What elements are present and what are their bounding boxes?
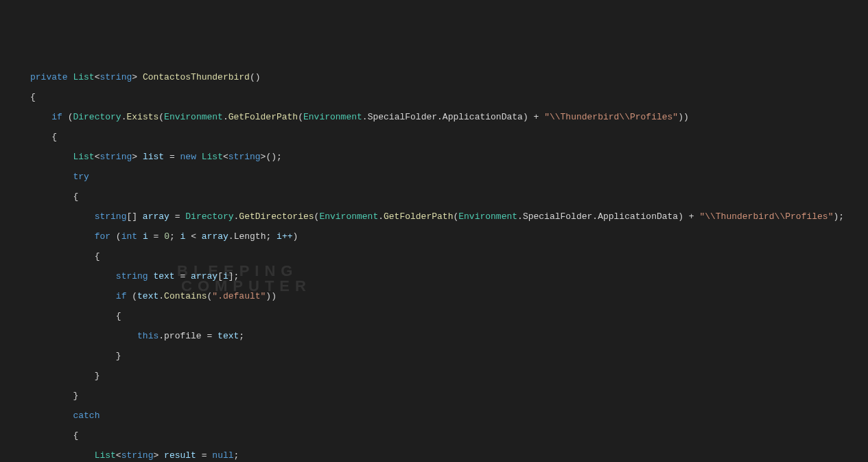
string-literal: ".default"	[212, 291, 266, 301]
var-ipp: i++	[277, 231, 292, 242]
type-list: List	[73, 72, 94, 82]
code-line[interactable]: {	[0, 192, 868, 203]
var-array: array	[202, 231, 228, 242]
var-array: array	[191, 271, 218, 281]
var-i: i	[223, 271, 228, 281]
keyword-string: string	[99, 152, 132, 162]
prop-specialfolder: SpecialFolder	[368, 112, 437, 122]
code-line[interactable]: {	[0, 132, 868, 143]
type-list: List	[95, 450, 116, 461]
code-line[interactable]: if (Directory.Exists(Environment.GetFold…	[0, 113, 868, 123]
prop-appdata: ApplicationData	[598, 211, 678, 222]
keyword-if: if	[116, 291, 127, 301]
var-result: result	[164, 450, 196, 461]
code-line[interactable]: this.profile = text;	[0, 332, 868, 342]
keyword-string: string	[95, 211, 127, 222]
prop-specialfolder: SpecialFolder	[523, 211, 592, 222]
var-list: list	[143, 152, 164, 162]
code-line[interactable]: private List<string> ContactosThunderbir…	[0, 73, 868, 83]
method-contains: Contains	[164, 291, 207, 301]
keyword-string: string	[99, 72, 132, 82]
var-array: array	[143, 211, 169, 222]
type-directory: Directory	[73, 112, 121, 122]
code-line[interactable]: List<string> result = null;	[0, 451, 868, 461]
keyword-for: for	[95, 231, 110, 242]
code-line[interactable]: {	[0, 93, 868, 103]
method-getdirectories: GetDirectories	[239, 211, 314, 222]
keyword-null: null	[212, 450, 233, 461]
string-literal: "\\Thunderbird\\Profiles"	[699, 211, 833, 222]
keyword-string: string	[228, 152, 261, 162]
code-line[interactable]: string[] array = Directory.GetDirectorie…	[0, 212, 868, 222]
code-line[interactable]: try	[0, 172, 868, 183]
method-getfolderpath: GetFolderPath	[228, 112, 298, 122]
type-directory: Directory	[185, 211, 233, 222]
method-name: ContactosThunderbird	[143, 72, 250, 82]
prop-appdata: ApplicationData	[443, 112, 523, 122]
var-i: i	[143, 231, 148, 242]
method-getfolderpath: GetFolderPath	[384, 211, 453, 222]
type-list: List	[73, 152, 94, 162]
var-text: text	[218, 331, 239, 341]
prop-length: Length	[234, 231, 266, 242]
code-line[interactable]: {	[0, 431, 868, 441]
code-line[interactable]: }	[0, 391, 868, 402]
string-literal: "\\Thunderbird\\Profiles"	[544, 112, 678, 122]
keyword-new: new	[180, 152, 196, 162]
type-env: Environment	[458, 211, 517, 222]
code-line[interactable]: for (int i = 0; i < array.Length; i++)	[0, 232, 868, 242]
type-env: Environment	[319, 211, 378, 222]
keyword-string: string	[121, 450, 154, 461]
type-list: List	[202, 152, 223, 162]
code-line[interactable]: }	[0, 371, 868, 382]
type-env: Environment	[303, 112, 362, 122]
code-line[interactable]: {	[0, 312, 868, 322]
keyword-catch: catch	[73, 411, 99, 421]
number: 0	[164, 231, 169, 242]
keyword-if: if	[51, 112, 62, 122]
keyword-this: this	[137, 331, 159, 341]
type-env: Environment	[164, 112, 223, 122]
keyword-try: try	[73, 172, 89, 182]
code-line[interactable]: {	[0, 252, 868, 262]
var-i: i	[180, 231, 186, 242]
code-editor[interactable]: private List<string> ContactosThunderbir…	[0, 60, 868, 462]
code-line[interactable]: if (text.Contains(".default"))	[0, 292, 868, 302]
var-text: text	[153, 271, 174, 281]
code-line[interactable]: List<string> list = new List<string>();	[0, 152, 868, 163]
keyword-string: string	[116, 271, 148, 281]
method-exists: Exists	[126, 112, 159, 122]
keyword-private: private	[30, 72, 68, 82]
field-profile: profile	[164, 331, 202, 341]
code-line[interactable]: string text = array[i];	[0, 272, 868, 282]
var-text: text	[137, 291, 159, 301]
keyword-int: int	[121, 231, 137, 242]
code-line[interactable]: }	[0, 351, 868, 362]
code-line[interactable]: catch	[0, 411, 868, 421]
